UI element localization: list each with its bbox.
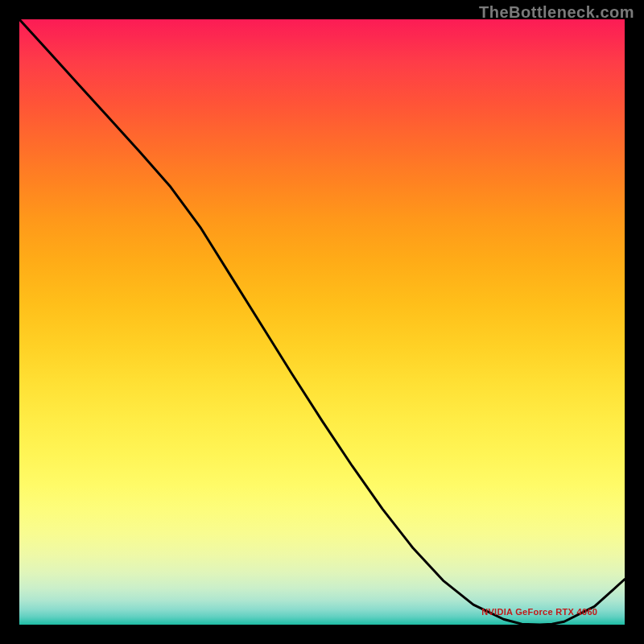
attribution-text: TheBottleneck.com — [479, 3, 634, 22]
chart-line-layer — [19, 19, 625, 625]
bottleneck-curve — [19, 19, 625, 625]
viewport: TheBottleneck.com NVIDIA GeForce RTX 406… — [0, 0, 644, 644]
chart-area: NVIDIA GeForce RTX 4060 — [19, 19, 625, 625]
gpu-point-label: NVIDIA GeForce RTX 4060 — [481, 607, 597, 617]
